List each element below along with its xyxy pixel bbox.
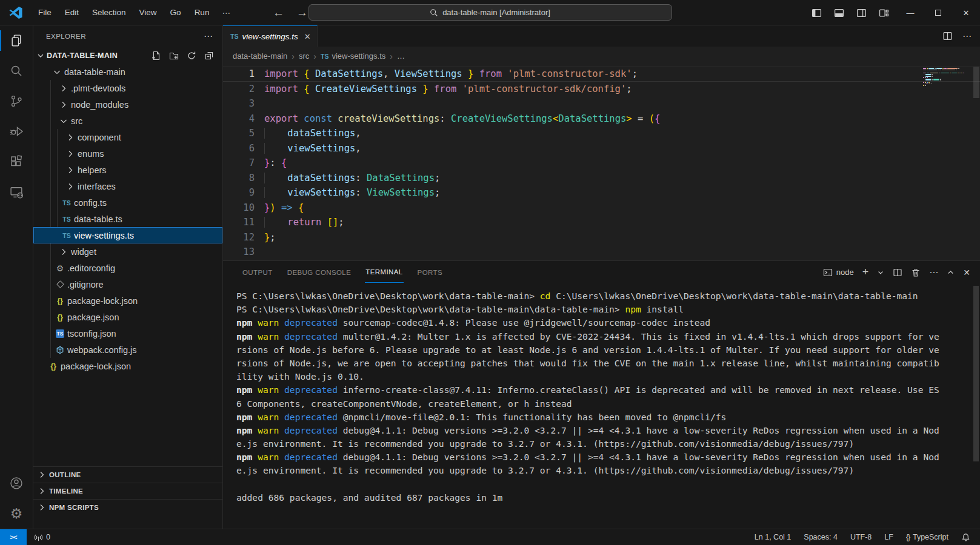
workspace-section-header[interactable]: DATA-TABLE-MAIN: [33, 47, 222, 64]
code-line-4[interactable]: 4export const createViewSettings: Create…: [223, 111, 980, 127]
toggle-secondary-sidebar-icon[interactable]: [856, 8, 867, 18]
activity-run-debug-icon[interactable]: [0, 116, 33, 147]
menu-view[interactable]: View: [133, 5, 164, 19]
menu-edit[interactable]: Edit: [58, 5, 85, 19]
remote-indicator[interactable]: ><: [0, 529, 27, 545]
panel-tab-ports[interactable]: PORTS: [417, 262, 443, 283]
tree-item-widget[interactable]: widget: [33, 243, 222, 260]
status-cursor-position[interactable]: Ln 1, Col 1: [753, 533, 792, 541]
tree-item-enums[interactable]: enums: [33, 145, 222, 162]
code-line-6[interactable]: 6 viewSettings,: [223, 141, 980, 156]
maximize-panel-chevron-icon[interactable]: [947, 268, 955, 276]
section-outline[interactable]: OUTLINE: [33, 466, 222, 483]
panel-tab-output[interactable]: OUTPUT: [242, 262, 273, 283]
tree-item-plmt-devtools[interactable]: .plmt-devtools: [33, 80, 222, 96]
navigate-back-icon[interactable]: ←: [273, 6, 284, 19]
breadcrumb-data-table-main[interactable]: data-table-main: [233, 51, 287, 61]
tree-item-data-table-main[interactable]: data-table-main: [33, 64, 222, 80]
section-npm-scripts[interactable]: NPM SCRIPTS: [33, 499, 222, 515]
tree-item-config-ts[interactable]: TSconfig.ts: [33, 194, 222, 211]
panel-tab-debug-console[interactable]: DEBUG CONSOLE: [287, 262, 352, 283]
code-line-5[interactable]: 5 dataSettings,: [223, 126, 980, 141]
breadcrumb-[interactable]: …: [397, 51, 405, 61]
minimize-button[interactable]: —: [896, 0, 924, 25]
tree-item-view-settings-ts[interactable]: TSview-settings.ts: [33, 227, 222, 243]
kill-terminal-trash-icon[interactable]: [911, 268, 921, 277]
code-line-11[interactable]: 11 return [];: [223, 215, 980, 230]
tree-item-webpack-config-js[interactable]: webpack.config.js: [33, 342, 222, 358]
code-line-12[interactable]: 12};: [223, 230, 980, 245]
code-line-7[interactable]: 7}: {: [223, 156, 980, 171]
tree-item-editorconfig[interactable]: ⚙.editorconfig: [33, 260, 222, 276]
tree-item-node-modules[interactable]: node_modules: [33, 96, 222, 113]
tree-item-tsconfig-json[interactable]: TStsconfig.json: [33, 325, 222, 342]
code-editor[interactable]: 1import { DataSettings, ViewSettings } f…: [223, 65, 980, 260]
menu-file[interactable]: File: [32, 5, 58, 19]
tree-item-interfaces[interactable]: interfaces: [33, 178, 222, 194]
editor-scrollbar[interactable]: [973, 67, 979, 98]
status-language-mode[interactable]: {}TypeScript: [905, 533, 950, 541]
terminal-scrollbar[interactable]: [973, 286, 979, 461]
terminal-dropdown-chevron-icon[interactable]: [877, 269, 884, 276]
code-line-1[interactable]: 1import { DataSettings, ViewSettings } f…: [223, 67, 980, 82]
status-eol[interactable]: LF: [883, 533, 895, 541]
collapse-folders-icon[interactable]: [204, 51, 214, 61]
split-terminal-icon[interactable]: [893, 268, 902, 277]
settings-gear-icon[interactable]: ⚙: [0, 498, 33, 529]
ports-indicator[interactable]: 0: [33, 533, 52, 542]
code-line-9[interactable]: 9 viewSettings: ViewSettings;: [223, 185, 980, 200]
activity-search-icon[interactable]: [0, 56, 33, 86]
tab-close-icon[interactable]: ✕: [304, 32, 311, 41]
notifications-bell-icon[interactable]: [960, 533, 972, 542]
maximize-button[interactable]: [924, 0, 952, 25]
tree-item-helpers[interactable]: helpers: [33, 162, 222, 178]
explorer-more-actions-icon[interactable]: ⋯: [204, 31, 213, 42]
activity-remote-explorer-icon[interactable]: [0, 177, 33, 207]
close-button[interactable]: ✕: [952, 0, 980, 25]
panel-more-actions-icon[interactable]: ⋯: [929, 267, 938, 278]
tree-item-package-lock-json[interactable]: {}package-lock.json: [33, 358, 222, 374]
navigate-forward-icon[interactable]: →: [296, 6, 308, 19]
tree-item-component[interactable]: component: [33, 129, 222, 145]
activity-source-control-icon[interactable]: [0, 86, 33, 116]
toggle-panel-icon[interactable]: [834, 8, 844, 18]
minimap[interactable]: [923, 68, 970, 88]
code-line-8[interactable]: 8 dataSettings: DataSettings;: [223, 171, 980, 186]
menu-selection[interactable]: Selection: [85, 5, 133, 19]
new-terminal-icon[interactable]: +: [862, 266, 869, 279]
tab-view-settings[interactable]: TS view-settings.ts ✕: [223, 25, 318, 47]
tree-item-package-lock-json[interactable]: {}package-lock.json: [33, 292, 222, 309]
tree-item-label: data-table-main: [64, 67, 125, 77]
breadcrumb-src[interactable]: src: [299, 51, 309, 61]
tree-item-data-table-ts[interactable]: TSdata-table.ts: [33, 211, 222, 227]
editor-more-actions-icon[interactable]: ⋯: [962, 31, 972, 42]
code-line-13[interactable]: 13: [223, 245, 980, 260]
command-center-search[interactable]: data-table-main [Administrator]: [308, 4, 672, 21]
status-indentation[interactable]: Spaces: 4: [802, 533, 839, 541]
tree-item-package-json[interactable]: {}package.json: [33, 309, 222, 325]
new-folder-icon[interactable]: [169, 51, 179, 61]
status-encoding[interactable]: UTF-8: [849, 533, 873, 541]
terminal[interactable]: PS C:\Users\lwkas\OneDrive\Desktop\work\…: [223, 283, 980, 529]
customize-layout-icon[interactable]: [879, 8, 889, 18]
breadcrumb-view-settings-ts[interactable]: TSview-settings.ts: [321, 51, 385, 61]
tree-item-gitignore[interactable]: .gitignore: [33, 276, 222, 292]
tree-item-src[interactable]: src: [33, 113, 222, 129]
new-file-icon[interactable]: [152, 51, 161, 61]
menu-run[interactable]: Run: [188, 5, 216, 19]
code-line-2[interactable]: 2import { CreateViewSettings } from 'plm…: [223, 82, 980, 97]
menu-go[interactable]: Go: [164, 5, 188, 19]
panel-tab-terminal[interactable]: TERMINAL: [365, 262, 403, 283]
activity-explorer-icon[interactable]: [0, 25, 33, 56]
activity-extensions-icon[interactable]: [0, 147, 33, 177]
menu-overflow-icon[interactable]: ⋯: [216, 5, 236, 20]
close-panel-icon[interactable]: ✕: [963, 268, 970, 277]
split-editor-icon[interactable]: [942, 31, 953, 41]
accounts-icon[interactable]: [0, 468, 33, 498]
code-line-3[interactable]: 3: [223, 96, 980, 111]
terminal-shell-selector[interactable]: node: [823, 268, 854, 277]
toggle-sidebar-icon[interactable]: [812, 8, 822, 18]
code-line-10[interactable]: 10}) => {: [223, 200, 980, 216]
section-timeline[interactable]: TIMELINE: [33, 483, 222, 499]
refresh-icon[interactable]: [187, 51, 196, 61]
